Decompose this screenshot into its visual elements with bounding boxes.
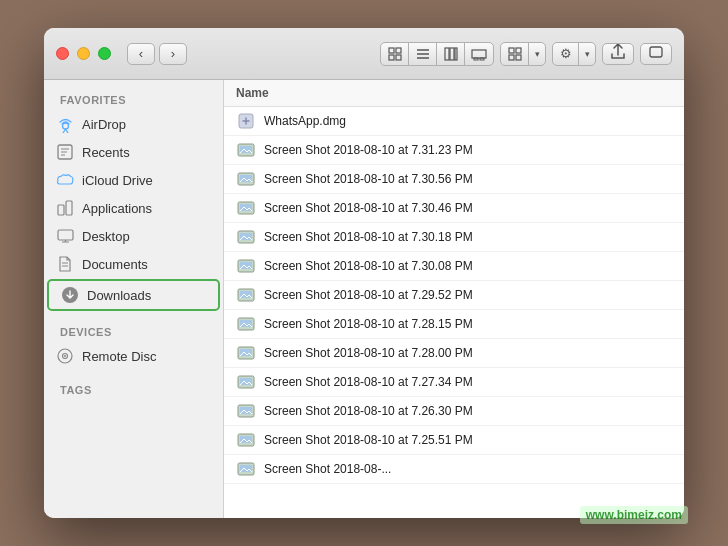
svg-rect-55 (240, 407, 252, 414)
view-dropdown-arrow[interactable]: ▾ (529, 43, 545, 65)
file-name: Screen Shot 2018-08-10 at 7.26.30 PM (264, 404, 473, 418)
sidebar-item-airdrop[interactable]: AirDrop (44, 110, 223, 138)
table-row[interactable]: Screen Shot 2018-08-10 at 7.31.23 PM (224, 136, 684, 165)
documents-icon (56, 255, 74, 273)
file-icon (236, 140, 256, 160)
gear-dropdown-arrow[interactable]: ▾ (579, 43, 595, 65)
toolbar-buttons: ▾ ⚙ ▾ (380, 42, 672, 66)
sidebar-item-remote-disc[interactable]: Remote Disc (44, 342, 223, 370)
view-list-button[interactable] (409, 43, 437, 65)
file-name: Screen Shot 2018-08-10 at 7.30.08 PM (264, 259, 473, 273)
file-icon (236, 198, 256, 218)
downloads-icon (61, 286, 79, 304)
svg-rect-59 (240, 465, 252, 472)
minimize-button[interactable] (77, 47, 90, 60)
file-name: Screen Shot 2018-08-10 at 7.31.23 PM (264, 143, 473, 157)
sidebar-item-downloads[interactable]: Downloads (49, 281, 218, 309)
table-row[interactable]: Screen Shot 2018-08-10 at 7.29.52 PM (224, 281, 684, 310)
recents-label: Recents (82, 145, 130, 160)
applications-icon (56, 199, 74, 217)
view-mode-buttons (380, 42, 494, 66)
file-icon (236, 169, 256, 189)
table-row[interactable]: Screen Shot 2018-08-... (224, 455, 684, 484)
forward-icon: › (171, 46, 175, 61)
finder-window: ‹ › (44, 28, 684, 518)
desktop-icon (56, 227, 74, 245)
gear-button[interactable]: ⚙ ▾ (552, 42, 596, 66)
fullscreen-button[interactable] (640, 43, 672, 65)
svg-rect-16 (516, 55, 521, 60)
recents-icon (56, 143, 74, 161)
svg-rect-43 (240, 233, 252, 240)
table-row[interactable]: Screen Shot 2018-08-10 at 7.28.15 PM (224, 310, 684, 339)
file-icon (236, 372, 256, 392)
svg-rect-7 (445, 48, 449, 60)
svg-rect-57 (240, 436, 252, 443)
file-name: WhatsApp.dmg (264, 114, 346, 128)
applications-label: Applications (82, 201, 152, 216)
gear-icon: ⚙ (553, 43, 579, 65)
close-button[interactable] (56, 47, 69, 60)
file-name: Screen Shot 2018-08-10 at 7.30.46 PM (264, 201, 473, 215)
name-column-header: Name (236, 86, 269, 100)
remote-disc-icon (56, 347, 74, 365)
file-icon (236, 285, 256, 305)
sidebar: Favorites AirDrop (44, 80, 224, 518)
downloads-highlight-box: Downloads (47, 279, 220, 311)
sidebar-item-icloud[interactable]: iCloud Drive (44, 166, 223, 194)
nav-buttons: ‹ › (127, 43, 187, 65)
traffic-lights (56, 47, 111, 60)
table-row[interactable]: Screen Shot 2018-08-10 at 7.30.08 PM (224, 252, 684, 281)
svg-rect-47 (240, 291, 252, 298)
svg-rect-51 (240, 349, 252, 356)
share-button[interactable] (602, 43, 634, 65)
svg-rect-41 (240, 204, 252, 211)
icloud-label: iCloud Drive (82, 173, 153, 188)
table-row[interactable]: Screen Shot 2018-08-10 at 7.28.00 PM (224, 339, 684, 368)
table-row[interactable]: Screen Shot 2018-08-10 at 7.30.18 PM (224, 223, 684, 252)
svg-rect-11 (474, 58, 478, 60)
table-row[interactable]: Screen Shot 2018-08-10 at 7.26.30 PM (224, 397, 684, 426)
table-row[interactable]: Screen Shot 2018-08-10 at 7.27.34 PM (224, 368, 684, 397)
favorites-header: Favorites (44, 88, 223, 110)
table-row[interactable]: Screen Shot 2018-08-10 at 7.25.51 PM (224, 426, 684, 455)
view-icon-button[interactable] (381, 43, 409, 65)
svg-rect-0 (389, 48, 394, 53)
file-name: Screen Shot 2018-08-10 at 7.29.52 PM (264, 288, 473, 302)
maximize-button[interactable] (98, 47, 111, 60)
sidebar-item-applications[interactable]: Applications (44, 194, 223, 222)
back-icon: ‹ (139, 46, 143, 61)
svg-rect-49 (240, 320, 252, 327)
airdrop-icon (56, 115, 74, 133)
sidebar-item-desktop[interactable]: Desktop (44, 222, 223, 250)
file-rows-container: WhatsApp.dmg Screen Shot 2018-08-10 at 7… (224, 107, 684, 484)
table-row[interactable]: Screen Shot 2018-08-10 at 7.30.56 PM (224, 165, 684, 194)
svg-point-34 (64, 355, 66, 357)
view-columns-button[interactable] (437, 43, 465, 65)
file-name: Screen Shot 2018-08-10 at 7.30.18 PM (264, 230, 473, 244)
forward-button[interactable]: › (159, 43, 187, 65)
icloud-icon (56, 171, 74, 189)
file-list-header: Name (224, 80, 684, 107)
view-dropdown-button[interactable]: ▾ (500, 42, 546, 66)
main-content: Favorites AirDrop (44, 80, 684, 518)
svg-rect-9 (455, 48, 457, 60)
documents-label: Documents (82, 257, 148, 272)
svg-point-18 (62, 123, 68, 129)
sidebar-item-recents[interactable]: Recents (44, 138, 223, 166)
file-icon (236, 430, 256, 450)
svg-rect-53 (240, 378, 252, 385)
tags-header: Tags (44, 378, 223, 400)
fullscreen-icon (649, 46, 663, 61)
svg-line-20 (65, 129, 68, 133)
watermark: www.bimeiz.com (580, 506, 688, 524)
svg-rect-13 (509, 48, 514, 53)
view-gallery-button[interactable] (465, 43, 493, 65)
file-list: Name WhatsApp.dmg Screen Shot 2018-08-10… (224, 80, 684, 518)
sidebar-item-documents[interactable]: Documents (44, 250, 223, 278)
back-button[interactable]: ‹ (127, 43, 155, 65)
table-row[interactable]: Screen Shot 2018-08-10 at 7.30.46 PM (224, 194, 684, 223)
svg-rect-3 (396, 55, 401, 60)
file-name: Screen Shot 2018-08-10 at 7.25.51 PM (264, 433, 473, 447)
table-row[interactable]: WhatsApp.dmg (224, 107, 684, 136)
